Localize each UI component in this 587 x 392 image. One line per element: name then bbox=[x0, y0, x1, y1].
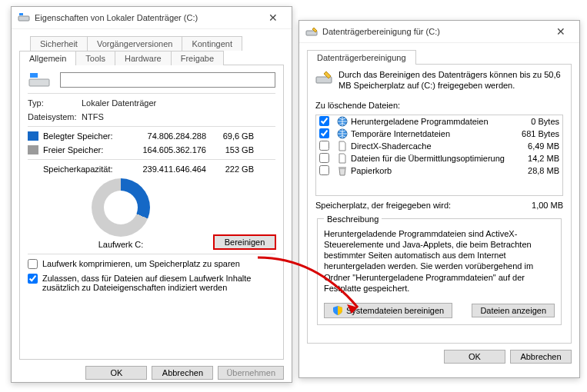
list-item[interactable]: DirectX-Shadercache6,49 MB bbox=[316, 140, 562, 152]
used-label: Belegter Speicher: bbox=[43, 131, 123, 141]
used-bytes: 74.806.284.288 bbox=[123, 131, 215, 141]
item-checkbox[interactable] bbox=[319, 165, 329, 175]
item-size: 0 Bytes bbox=[510, 117, 559, 126]
tab-tools[interactable]: Tools bbox=[75, 51, 115, 65]
intro-text: Durch das Bereinigen des Datenträgers kö… bbox=[339, 69, 563, 91]
list-item[interactable]: Dateien für die Übermittlungsoptimierung… bbox=[316, 152, 562, 164]
list-item[interactable]: Papierkorb28,8 MB bbox=[316, 164, 562, 177]
index-label: Zulassen, dass für Dateien auf diesem La… bbox=[42, 274, 275, 292]
clean-system-files-button[interactable]: Systemdateien bereinigen bbox=[324, 303, 452, 318]
index-checkbox[interactable]: Zulassen, dass für Dateien auf diesem La… bbox=[28, 274, 275, 292]
used-human: 69,6 GB bbox=[215, 131, 254, 141]
cancel-button[interactable]: Abbrechen bbox=[510, 350, 572, 364]
free-bytes: 164.605.362.176 bbox=[123, 145, 215, 154]
tab-security[interactable]: Sicherheit bbox=[30, 36, 88, 51]
compress-label: Laufwerk komprimieren, um Speicherplatz … bbox=[42, 259, 240, 268]
filesystem-label: Dateisystem: bbox=[28, 112, 82, 121]
titlebar[interactable]: Eigenschaften von Lokaler Datenträger (C… bbox=[12, 7, 292, 29]
usage-pie-icon bbox=[92, 178, 150, 237]
capacity-human: 222 GB bbox=[215, 164, 254, 174]
svg-rect-1 bbox=[19, 13, 23, 15]
ok-button[interactable]: OK bbox=[85, 366, 147, 380]
file-type-icon bbox=[337, 165, 348, 176]
window-title: Datenträgerbereinigung für (C:) bbox=[322, 27, 549, 36]
svg-rect-8 bbox=[339, 167, 346, 168]
used-swatch bbox=[28, 131, 38, 141]
list-label: Zu löschende Dateien: bbox=[315, 101, 563, 110]
close-icon[interactable]: ✕ bbox=[261, 12, 285, 23]
drive-caption: Laufwerk C: bbox=[28, 240, 214, 249]
file-type-icon bbox=[337, 128, 348, 139]
tab-cleanup[interactable]: Datenträgerbereinigung bbox=[307, 50, 416, 65]
tab-general[interactable]: Allgemein bbox=[19, 51, 76, 65]
tab-sharing[interactable]: Freigabe bbox=[171, 51, 224, 65]
gain-label: Speicherplatz, der freigegeben wird: bbox=[315, 201, 532, 210]
cleanup-window: Datenträgerbereinigung für (C:) ✕ Datent… bbox=[299, 20, 580, 378]
item-checkbox[interactable] bbox=[319, 116, 329, 126]
gain-value: 1,00 MB bbox=[532, 201, 563, 210]
type-label: Typ: bbox=[28, 98, 82, 108]
item-checkbox[interactable] bbox=[319, 141, 329, 151]
file-type-icon bbox=[337, 141, 348, 151]
free-human: 153 GB bbox=[215, 145, 254, 154]
item-name: Temporäre Internetdateien bbox=[351, 129, 507, 138]
list-item[interactable]: Temporäre Internetdateien681 Bytes bbox=[316, 128, 562, 140]
titlebar[interactable]: Datenträgerbereinigung für (C:) ✕ bbox=[299, 21, 579, 43]
description-group: Beschreibung Heruntergeladende Programmd… bbox=[317, 214, 562, 326]
clean-system-files-label: Systemdateien bereinigen bbox=[346, 306, 444, 315]
show-files-button[interactable]: Dateien anzeigen bbox=[472, 304, 555, 317]
properties-body: Typ:Lokaler Datenträger Dateisystem:NTFS… bbox=[19, 65, 284, 360]
apply-button[interactable]: Übernehmen bbox=[218, 366, 284, 380]
tab-previous-versions[interactable]: Vorgängerversionen bbox=[87, 36, 182, 51]
close-icon[interactable]: ✕ bbox=[549, 26, 573, 37]
window-title: Eigenschaften von Lokaler Datenträger (C… bbox=[35, 13, 261, 22]
list-item[interactable]: Heruntergeladene Programmdateien0 Bytes bbox=[316, 115, 562, 128]
capacity-label: Speicherkapazität: bbox=[43, 164, 123, 174]
svg-rect-3 bbox=[30, 73, 38, 78]
free-swatch bbox=[28, 145, 38, 154]
drive-icon bbox=[18, 12, 30, 24]
file-type-icon bbox=[337, 116, 348, 127]
filesystem-value: NTFS bbox=[82, 112, 275, 121]
svg-rect-2 bbox=[29, 79, 49, 86]
item-size: 681 Bytes bbox=[510, 129, 559, 138]
compress-checkbox[interactable]: Laufwerk komprimieren, um Speicherplatz … bbox=[28, 259, 275, 269]
description-title: Beschreibung bbox=[324, 214, 382, 224]
properties-window: Eigenschaften von Lokaler Datenträger (C… bbox=[11, 6, 292, 383]
item-size: 28,8 MB bbox=[510, 166, 559, 175]
svg-rect-0 bbox=[18, 16, 29, 21]
shield-icon bbox=[332, 305, 343, 316]
drive-large-icon bbox=[28, 71, 51, 88]
tab-quota[interactable]: Kontingent bbox=[182, 36, 242, 51]
item-name: Dateien für die Übermittlungsoptimierung bbox=[351, 154, 507, 163]
free-label: Freier Speicher: bbox=[43, 145, 123, 154]
file-type-icon bbox=[337, 153, 348, 164]
clean-button[interactable]: Bereinigen bbox=[214, 235, 275, 249]
capacity-bytes: 239.411.646.464 bbox=[123, 164, 215, 174]
ok-button[interactable]: OK bbox=[444, 350, 505, 364]
item-name: DirectX-Shadercache bbox=[351, 141, 507, 151]
item-checkbox[interactable] bbox=[319, 153, 329, 163]
tab-hardware[interactable]: Hardware bbox=[115, 51, 172, 65]
cleanup-icon bbox=[305, 25, 318, 38]
item-size: 14,2 MB bbox=[510, 154, 559, 163]
item-name: Papierkorb bbox=[351, 166, 507, 175]
item-name: Heruntergeladene Programmdateien bbox=[351, 117, 507, 126]
cleanup-body: Durch das Bereinigen des Datenträgers kö… bbox=[307, 64, 572, 344]
item-size: 6,49 MB bbox=[510, 141, 559, 151]
cleanup-large-icon bbox=[315, 69, 332, 91]
item-checkbox[interactable] bbox=[319, 128, 329, 138]
cancel-button[interactable]: Abbrechen bbox=[152, 366, 213, 380]
description-text: Heruntergeladende Programmdateien sind A… bbox=[324, 228, 555, 294]
type-value: Lokaler Datenträger bbox=[82, 98, 275, 108]
file-list[interactable]: Heruntergeladene Programmdateien0 BytesT… bbox=[315, 115, 563, 196]
volume-label-input[interactable] bbox=[60, 72, 275, 88]
